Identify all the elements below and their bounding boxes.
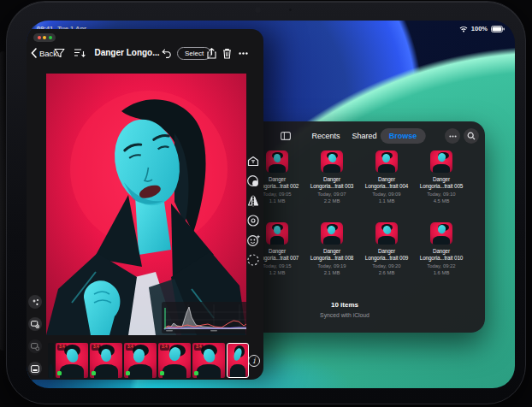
paste-edits-button[interactable]	[28, 339, 42, 353]
edited-badge	[194, 371, 198, 375]
edited-badge	[126, 371, 130, 375]
file-name: Longoria...trait 003	[304, 183, 359, 190]
more-ellipsis-icon	[239, 52, 248, 55]
file-name: Longoria...trait 008	[304, 255, 359, 262]
transform-icon	[246, 155, 260, 168]
battery-icon	[491, 26, 505, 32]
sort-button[interactable]	[74, 43, 86, 63]
photo-editor-window: Back Dan	[27, 29, 263, 380]
flip-tool-button[interactable]	[246, 193, 261, 208]
auto-enhance-button[interactable]	[28, 295, 42, 309]
file-thumbnail	[266, 150, 288, 173]
back-chevron-icon	[31, 48, 37, 58]
filters-tool-button[interactable]	[246, 174, 261, 188]
filmstrip-thumbnail[interactable]: 3:4	[158, 343, 191, 378]
filmstrip-thumbnail[interactable]	[48, 343, 54, 378]
search-button[interactable]	[464, 128, 479, 144]
undo-button[interactable]	[162, 43, 173, 63]
files-footer: 10 items Synced with iCloud	[233, 301, 456, 318]
ipad-screen: 09:41 Tue 1 Apr 100%	[27, 21, 515, 388]
sync-status: Synced with iCloud	[233, 312, 456, 318]
file-thumbnail	[321, 222, 343, 245]
filmstrip-thumbnail-selected[interactable]	[227, 343, 249, 378]
zoom-window-dot[interactable]	[49, 36, 52, 39]
file-date: Today, 09:19	[304, 262, 359, 269]
edited-badge	[92, 371, 96, 375]
file-name: Longoria...trait 005	[414, 183, 469, 190]
tab-recents[interactable]: Recents	[311, 127, 340, 145]
tab-browse[interactable]: Browse	[381, 128, 426, 144]
file-name: Danger	[359, 248, 414, 255]
mask-tool-button[interactable]	[246, 252, 261, 267]
file-size: 2.1 MB	[304, 269, 359, 276]
more-button[interactable]	[239, 43, 248, 63]
filmstrip-toggle-button[interactable]	[28, 362, 42, 375]
files-toolbar: Recents Shared Browse	[233, 127, 485, 145]
histogram-panel[interactable]	[162, 302, 246, 335]
file-name: Danger	[359, 176, 414, 183]
transform-tool-button[interactable]	[246, 154, 261, 168]
file-size: 1.6 MB	[414, 269, 469, 276]
file-name: Longoria...trait 009	[359, 255, 414, 262]
tab-shared[interactable]: Shared	[352, 127, 376, 145]
more-ellipsis-icon	[449, 135, 457, 138]
histogram-chart	[162, 302, 246, 333]
file-item[interactable]: Danger Longoria...trait 005 Today, 09:10…	[414, 150, 469, 204]
file-name: Danger	[414, 248, 469, 255]
aspect-ratio-badge: 3:4	[92, 345, 101, 351]
battery-percent: 100%	[471, 25, 488, 32]
minimize-window-dot[interactable]	[43, 36, 46, 39]
file-thumbnail	[375, 222, 398, 245]
filmstrip-toggle-icon	[31, 365, 39, 373]
file-thumbnail	[430, 150, 452, 173]
sidebar-toggle-button[interactable]	[278, 128, 293, 144]
more-button[interactable]	[445, 128, 460, 144]
vignette-tool-button[interactable]	[246, 213, 261, 227]
edited-badge	[57, 371, 62, 375]
info-button[interactable]: i	[248, 355, 260, 367]
sidebar-icon	[281, 132, 291, 140]
file-size: 4.5 MB	[414, 198, 469, 204]
search-icon	[467, 132, 476, 140]
filmstrip-thumbnail[interactable]: 3:4	[124, 343, 157, 378]
filmstrip: 3:4 3:4 3:4 3:4	[48, 343, 249, 378]
editor-toolbar: Back Dan	[27, 43, 263, 63]
mask-icon	[246, 253, 260, 267]
file-item[interactable]: Danger Longoria...trait 010 Today, 09:22…	[414, 222, 469, 276]
vignette-icon	[246, 214, 260, 227]
screenshot-canvas: 09:41 Tue 1 Apr 100%	[0, 0, 532, 407]
filter-funnel-icon	[54, 48, 65, 58]
share-icon	[207, 48, 216, 59]
file-item[interactable]: Danger Longoria...trait 003 Today, 09:07…	[304, 150, 359, 204]
front-camera	[255, 7, 261, 13]
file-item[interactable]: Danger Longoria...trait 008 Today, 09:19…	[304, 222, 359, 276]
filter-button[interactable]	[54, 43, 65, 63]
delete-button[interactable]	[222, 43, 232, 63]
file-size: 2.6 MB	[359, 269, 414, 276]
file-date: Today, 09:09	[359, 191, 414, 198]
window-controls[interactable]	[33, 33, 56, 42]
sort-descending-icon	[74, 48, 86, 58]
file-item[interactable]: Danger Longoria...trait 004 Today, 09:09…	[359, 150, 414, 204]
copy-edits-button[interactable]	[28, 317, 42, 331]
file-name: Danger	[304, 176, 359, 183]
photo-canvas[interactable]	[46, 74, 246, 335]
close-window-dot[interactable]	[38, 36, 41, 39]
paste-edits-icon	[31, 343, 39, 351]
aspect-ratio-badge: 3:4	[126, 345, 135, 351]
file-item[interactable]: Danger Longoria...trait 009 Today, 09:20…	[359, 222, 414, 276]
filmstrip-thumbnail[interactable]: 3:4	[56, 343, 88, 378]
file-thumbnail	[430, 222, 452, 245]
auto-enhance-icon	[32, 298, 39, 306]
retouch-tool-button[interactable]	[246, 233, 261, 247]
aspect-ratio-badge: 3:4	[160, 345, 169, 351]
filters-icon	[246, 174, 260, 188]
file-name: Danger	[414, 176, 469, 183]
filmstrip-thumbnail[interactable]: 3:4	[192, 343, 225, 378]
filmstrip-thumbnail[interactable]: 3:4	[90, 343, 122, 378]
file-date: Today, 09:22	[414, 262, 469, 269]
share-button[interactable]	[207, 43, 216, 63]
file-date: Today, 09:20	[359, 262, 414, 269]
file-size: 1.1 MB	[359, 198, 414, 204]
item-count: 10 items	[233, 301, 456, 309]
